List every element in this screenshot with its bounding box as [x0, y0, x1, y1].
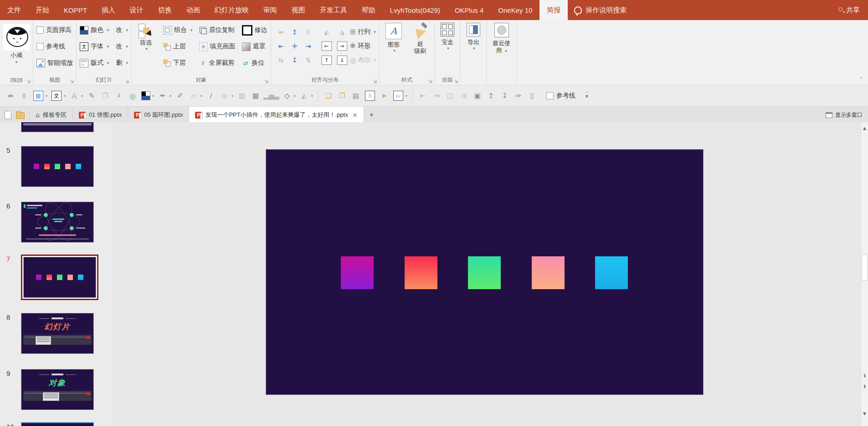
mask-button[interactable]: 遮罩 [242, 40, 267, 53]
filter-button[interactable]: 筛选 ▾ [135, 22, 157, 51]
menu-tab-KOPPT[interactable]: KOPPT [56, 0, 94, 20]
previous-slide-button[interactable]: ⇞ [861, 371, 868, 381]
flip-horizontal-icon[interactable]: ◭ [319, 28, 334, 36]
swap-position-button[interactable]: ⇄ 换位 [242, 57, 267, 69]
checkbox-icon[interactable] [546, 92, 554, 99]
scrollbar-thumb[interactable] [862, 255, 868, 281]
boolean-combine-icon[interactable]: ◎ [219, 90, 231, 102]
bring-to-front-button[interactable]: 上层 [163, 40, 193, 53]
text-style-icon[interactable]: ▤ [33, 91, 43, 101]
move-bottom-icon[interactable]: ↧ [499, 90, 511, 102]
menu-tab-开始[interactable]: 开始 [28, 0, 56, 20]
checkbox-icon[interactable] [36, 43, 44, 50]
align-bottom-icon[interactable]: ↧ [288, 53, 302, 67]
file-tab-2[interactable]: P01 饼图.pptx [72, 107, 128, 123]
dialog-launcher-icon[interactable]: ⇲ [27, 79, 31, 84]
align-top-icon[interactable]: ↥ [288, 25, 302, 39]
flip-vertical-icon[interactable]: ◮ [334, 28, 350, 36]
crop-mark-icon[interactable]: ♯ [113, 90, 125, 102]
slide-thumbnail-7[interactable] [23, 257, 96, 298]
merge-shapes-icon[interactable]: ◇ [281, 90, 293, 102]
dialog-launcher-icon[interactable]: ⇲ [454, 79, 458, 84]
slide-gradient-square-1[interactable] [341, 256, 374, 289]
treasure-box-button[interactable]: 宝盒 ▾ [438, 22, 457, 51]
tell-me-search[interactable]: 操作说明搜索 [568, 0, 633, 20]
checkbox-icon[interactable] [36, 26, 44, 34]
menu-tab-动画[interactable]: 动画 [179, 0, 207, 20]
slide-thumbnail-6[interactable] [21, 202, 94, 243]
equal-spacing-h-icon[interactable]: ⇆ [274, 53, 288, 67]
dialog-launcher-icon[interactable]: ⇲ [373, 79, 377, 84]
center-horizontal-icon[interactable]: ◫ [444, 90, 456, 102]
copy-style-icon[interactable]: ❐ [99, 90, 111, 102]
close-tab-icon[interactable]: × [352, 111, 358, 119]
move-top-icon[interactable]: ↥ [485, 90, 497, 102]
canvas-scrollbar[interactable]: ▲ ⇞ ⇟ ▼ [861, 122, 868, 426]
slide-thumbnail-5[interactable] [21, 146, 94, 187]
file-tab-1[interactable]: ⌂模板专区 [29, 107, 72, 123]
slide-thumbnail-10[interactable] [21, 422, 94, 426]
slide-editing-surface[interactable] [266, 149, 704, 395]
menu-tab-审阅[interactable]: 审阅 [256, 0, 284, 20]
font-box-icon[interactable]: 文 [51, 91, 62, 101]
ring-layout-button[interactable]: ❋ 环形 [350, 42, 376, 50]
group-shapes-button[interactable]: 组合▾ [163, 24, 193, 36]
table-style-icon[interactable]: ▦ [250, 90, 262, 102]
menu-tab-帮助[interactable]: 帮助 [354, 0, 383, 20]
file-tab-4[interactable]: P发现一个PPT小插件，使用起来爽爆了，太好用！.pptx× [189, 107, 364, 123]
send-backward-icon[interactable]: ❐ [336, 90, 348, 102]
scroll-up-button[interactable]: ▲ [861, 123, 868, 133]
collapse-ribbon-icon[interactable]: ˄ [860, 77, 863, 83]
recently-used-button[interactable]: 最近使 用 ▾ [490, 22, 513, 55]
show-multi-window-button[interactable]: 显示多窗口 [820, 107, 868, 123]
scroll-down-button[interactable]: ▼ [861, 409, 868, 419]
smart-zoom-button[interactable]: 智能缩放 [36, 57, 73, 69]
slide-color-modify-button[interactable]: 改 [116, 26, 123, 34]
menu-tab-设计[interactable]: 设计 [123, 0, 151, 20]
dialog-launcher-icon[interactable]: ⇲ [70, 79, 74, 84]
push-right-icon[interactable]: ⇥ [431, 90, 442, 102]
nudge-down-icon[interactable]: ↓ [337, 56, 347, 65]
fullscreen-crop-button[interactable]: ♯ 全屏裁剪 [199, 57, 236, 69]
nudge-left-icon[interactable]: ← [322, 42, 332, 51]
push-left-icon[interactable]: ⇤ [417, 90, 429, 102]
menu-tab-开发工具[interactable]: 开发工具 [313, 0, 354, 20]
page-height-toggle[interactable]: 页面撑高 [36, 24, 73, 36]
slide-thumbnail-9[interactable]: 对象 [21, 369, 94, 410]
slide-gradient-square-5[interactable] [595, 256, 628, 289]
menu-tab-LvyhTools(0429)[interactable]: LvyhTools(0429) [383, 0, 447, 20]
super-brush-button[interactable]: 超 级刷 [409, 22, 431, 55]
shape-tool-button[interactable]: A 图形 ▾ [383, 22, 405, 53]
ellipse-tool-icon[interactable]: ● [127, 90, 139, 102]
align-middle-icon[interactable]: ⇳ [18, 90, 30, 102]
align-right-icon[interactable]: ⇥ [302, 39, 315, 53]
distribute-horizontal-icon[interactable]: ⇹ [274, 25, 288, 39]
fit-height-icon[interactable]: ▯ [526, 90, 538, 102]
stroke-pen-icon[interactable]: ✎ [86, 90, 98, 102]
trim-edge-button[interactable]: 修边 [242, 24, 267, 36]
fill-canvas-button[interactable]: ✛ 填充画面 [199, 40, 236, 53]
menu-tab-OneKey 10[interactable]: OneKey 10 [491, 0, 539, 20]
avatar-button[interactable]: 小顽 ▾ [3, 22, 30, 65]
send-to-back-button[interactable]: 下层 [163, 57, 193, 69]
chart-icon[interactable]: ▂▅▃ [263, 90, 279, 102]
slide-color-button[interactable]: 颜色 [91, 26, 103, 34]
slide-delete-button[interactable]: 删 [116, 59, 123, 67]
open-folder-icon[interactable] [16, 112, 25, 119]
menu-tab-简报[interactable]: 简报 [539, 0, 568, 20]
align-objects-icon[interactable]: ⇹ [5, 90, 16, 102]
export-button[interactable]: 导出 ▾ [464, 22, 483, 51]
equal-spacing-v-icon[interactable]: ⇅ [302, 53, 315, 67]
size-box-icon[interactable]: ▭ [393, 91, 403, 101]
pipette-icon[interactable]: ∕ [205, 90, 217, 102]
share-button[interactable]: 共享 [829, 0, 868, 20]
menu-tab-OKPlus 4[interactable]: OKPlus 4 [447, 0, 491, 20]
guides-toggle[interactable]: 参考线 [36, 40, 73, 53]
slide-gradient-square-4[interactable] [532, 256, 565, 289]
nudge-right-icon[interactable]: → [337, 42, 347, 51]
eyedropper-icon[interactable]: ✐ [174, 90, 186, 102]
menu-tab-文件[interactable]: 文件 [0, 0, 28, 20]
select-objects-icon[interactable]: ➤ [378, 90, 390, 102]
bring-forward-icon[interactable]: ❏ [323, 90, 334, 102]
menu-tab-幻灯片放映[interactable]: 幻灯片放映 [207, 0, 256, 20]
